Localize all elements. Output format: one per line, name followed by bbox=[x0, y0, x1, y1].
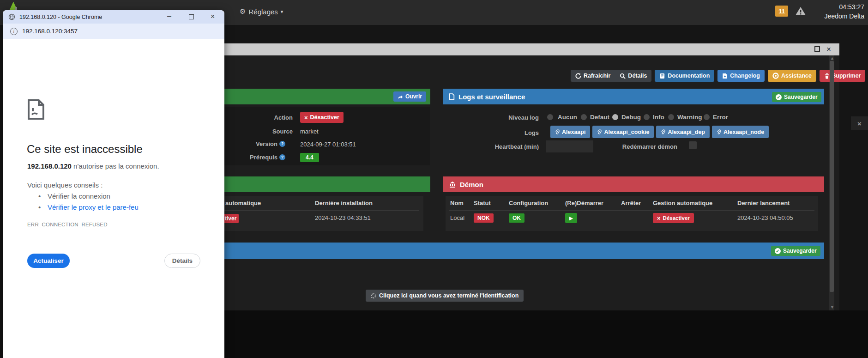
info-icon[interactable]: i bbox=[10, 28, 18, 35]
error-message: 192.168.0.120 n'autorise pas la connexio… bbox=[27, 162, 159, 170]
daemon-col-gestion: Gestion automatique bbox=[653, 200, 712, 206]
identification-done-button[interactable]: Cliquez ici quand vous avez terminé l'id… bbox=[366, 290, 524, 302]
radio-info[interactable] bbox=[644, 114, 650, 120]
page-background bbox=[185, 310, 868, 358]
daemon-start-button[interactable]: ▶ bbox=[565, 213, 577, 223]
update-count-badge[interactable]: 11 bbox=[775, 6, 788, 17]
paperclip-icon bbox=[555, 129, 560, 135]
help-icon[interactable]: ? bbox=[279, 154, 285, 160]
scroll-down-icon[interactable]: ▼ bbox=[830, 305, 834, 309]
modal-close-icon[interactable]: × bbox=[826, 46, 831, 53]
popup-close-icon[interactable]: × bbox=[211, 12, 215, 21]
tip-check-connection: Vérifier la connexion bbox=[48, 192, 110, 200]
refresh-button[interactable]: Rafraichir bbox=[571, 70, 615, 82]
share-arrow-icon bbox=[398, 94, 403, 99]
check-icon: ✓ bbox=[776, 94, 782, 100]
modal-maximize-icon[interactable] bbox=[814, 46, 820, 52]
daemon-name: Local bbox=[450, 214, 464, 221]
toolbar-group: Rafraichir Détails bbox=[571, 70, 651, 82]
delete-button[interactable]: Supprimer bbox=[820, 70, 866, 82]
source-label: Source bbox=[231, 128, 293, 135]
radio-info-label: Info bbox=[653, 114, 664, 121]
document-icon bbox=[449, 93, 455, 100]
radio-error-label: Error bbox=[713, 114, 728, 121]
scroll-up-icon[interactable]: ▲ bbox=[830, 56, 834, 61]
documentation-button[interactable]: Documentation bbox=[655, 70, 714, 82]
log-file-label: Alexaapi_node bbox=[723, 129, 764, 135]
bank-icon bbox=[449, 181, 456, 188]
close-icon: × bbox=[657, 215, 661, 222]
sad-page-icon bbox=[27, 99, 45, 120]
trash-icon bbox=[824, 73, 830, 79]
save-logs-button[interactable]: ✓ Sauvegarder bbox=[772, 92, 821, 102]
paperclip-icon bbox=[661, 129, 665, 135]
log-alexaapi-node-button[interactable]: Alexaapi_node bbox=[712, 126, 769, 138]
version-value: 2024-09-27 01:03:51 bbox=[300, 141, 356, 148]
log-level-label: Niveau log bbox=[474, 114, 539, 121]
popup-url-bar[interactable]: i 192.168.0.120:3457 bbox=[3, 24, 224, 39]
assistance-button[interactable]: Assistance bbox=[768, 70, 816, 82]
radio-error[interactable] bbox=[704, 114, 710, 120]
popup-minimize-icon[interactable]: – bbox=[167, 12, 171, 20]
close-icon: × bbox=[304, 114, 308, 121]
settings-menu-label: Réglages bbox=[248, 8, 277, 16]
radio-debug-selected[interactable] bbox=[612, 114, 618, 120]
modal-scrollbar-thumb[interactable] bbox=[830, 61, 834, 292]
details-label: Détails bbox=[628, 73, 647, 79]
heartbeat-input[interactable] bbox=[546, 140, 593, 152]
warning-icon[interactable] bbox=[795, 6, 806, 17]
book-icon bbox=[659, 73, 665, 79]
refresh-label: Rafraichir bbox=[584, 73, 610, 79]
radio-aucun-label: Aucun bbox=[558, 114, 577, 121]
check-icon: ✓ bbox=[775, 248, 781, 254]
row-divider bbox=[449, 210, 814, 211]
log-alexaapi-button[interactable]: Alexaapi bbox=[550, 126, 590, 138]
daemon-auto-deactivate-button[interactable]: × Désactiver bbox=[653, 213, 694, 223]
paperclip-icon bbox=[597, 129, 602, 135]
popup-details-button[interactable]: Détails bbox=[164, 254, 200, 268]
logs-label: Logs bbox=[474, 129, 539, 136]
radio-warning[interactable] bbox=[668, 114, 674, 120]
clock: 04:53:27 bbox=[839, 3, 865, 11]
save-bottom-button[interactable]: ✓ Sauvegarder bbox=[771, 246, 820, 256]
prereq-label: Prérequis? bbox=[222, 154, 285, 161]
documentation-label: Documentation bbox=[668, 73, 710, 79]
assistance-label: Assistance bbox=[781, 73, 812, 79]
details-button[interactable]: Détails bbox=[615, 70, 651, 82]
deactivate-plugin-button[interactable]: × Désactiver bbox=[300, 112, 344, 123]
radio-warning-label: Warning bbox=[677, 114, 702, 121]
error-host: 192.168.0.120 bbox=[27, 162, 72, 170]
screen: ▾ ⚙ Réglages ▾ 11 04:53:27 Jeedom Delta … bbox=[0, 0, 868, 358]
radio-defaut-label: Defaut bbox=[590, 114, 609, 121]
install-deactivate-button[interactable]: tiver bbox=[223, 214, 239, 223]
paperclip-icon bbox=[717, 129, 721, 135]
settings-menu[interactable]: ⚙ Réglages ▾ bbox=[240, 7, 283, 16]
open-button[interactable]: Ouvrir bbox=[393, 91, 426, 102]
error-title: Ce site est inaccessible bbox=[27, 143, 143, 156]
changelog-button[interactable]: Changelog bbox=[717, 70, 765, 82]
restart-daemon-checkbox[interactable] bbox=[689, 141, 697, 149]
tips-intro: Voici quelques conseils : bbox=[27, 181, 102, 189]
notification-close[interactable]: × bbox=[851, 116, 868, 130]
radio-defaut[interactable] bbox=[581, 114, 587, 120]
tip-bullet-icon: • bbox=[38, 203, 41, 211]
log-file-label: Alexaapi_cookie bbox=[604, 129, 649, 135]
daemon-col-redemarrer: (Re)Démarrer bbox=[565, 200, 603, 206]
log-file-label: Alexaapi_dep bbox=[668, 129, 705, 135]
help-icon[interactable]: ? bbox=[279, 141, 285, 147]
logs-header-bar: Logs et surveillance bbox=[443, 89, 824, 104]
daemon-auto-label: Désactiver bbox=[663, 215, 690, 221]
current-user[interactable]: Jeedom Delta bbox=[825, 12, 864, 20]
tip-proxy-link[interactable]: Vérifier le proxy et le pare-feu bbox=[48, 203, 139, 211]
url-text: 192.168.0.120:3457 bbox=[22, 28, 78, 35]
popup-maximize-icon[interactable] bbox=[189, 14, 194, 19]
daemon-config-badge: OK bbox=[509, 213, 524, 223]
deactivate-plugin-label: Désactiver bbox=[310, 114, 339, 121]
open-label: Ouvrir bbox=[405, 93, 422, 100]
gear-icon: ⚙ bbox=[240, 7, 246, 16]
radio-aucun[interactable] bbox=[547, 114, 553, 120]
reload-button[interactable]: Actualiser bbox=[27, 254, 70, 268]
modal-titlebar bbox=[185, 43, 839, 55]
log-alexaapi-dep-button[interactable]: Alexaapi_dep bbox=[656, 126, 710, 138]
log-alexaapi-cookie-button[interactable]: Alexaapi_cookie bbox=[592, 126, 654, 138]
